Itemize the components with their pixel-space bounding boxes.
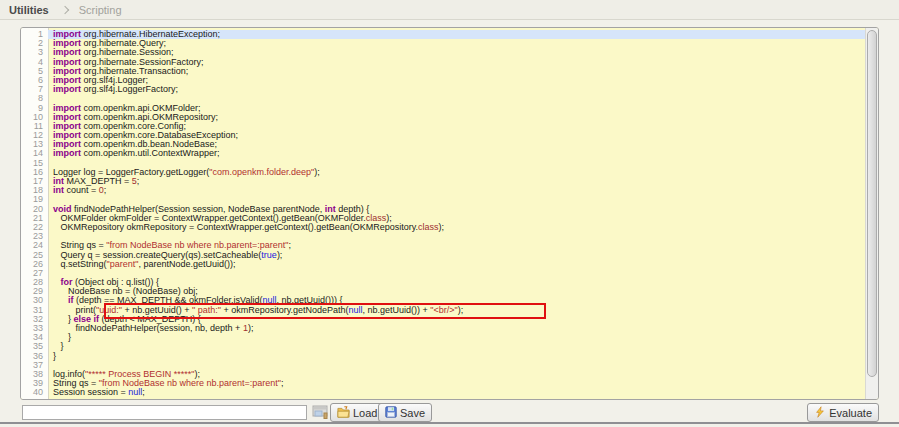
code-line-text: int MAX_DEPTH = 5; bbox=[48, 177, 865, 186]
code-line[interactable]: 35 } bbox=[21, 342, 865, 351]
line-number: 3 bbox=[21, 48, 48, 57]
line-number: 6 bbox=[21, 76, 48, 85]
code-line[interactable]: 39String qs = "from NodeBase nb where nb… bbox=[21, 379, 865, 388]
save-button[interactable]: Save bbox=[378, 403, 432, 422]
code-line[interactable]: 33 findNodePathHelper(session, nb, depth… bbox=[21, 324, 865, 333]
code-line[interactable]: 16Logger log = LoggerFactory.getLogger("… bbox=[21, 168, 865, 177]
panel-bottom-border bbox=[0, 422, 899, 424]
browse-icon[interactable] bbox=[312, 405, 329, 419]
line-number: 4 bbox=[21, 58, 48, 67]
code-line[interactable]: 14import com.openkm.util.ContextWrapper; bbox=[21, 149, 865, 158]
code-line-text: import org.hibernate.HibernateException; bbox=[48, 30, 865, 39]
load-button-label: Load bbox=[353, 407, 377, 419]
chevron-right-icon bbox=[60, 5, 68, 13]
code-line-text: } bbox=[48, 352, 865, 361]
script-file-input[interactable] bbox=[22, 405, 307, 420]
line-number: 5 bbox=[21, 67, 48, 76]
scrollbar-thumb[interactable] bbox=[867, 30, 877, 377]
evaluate-button[interactable]: Evaluate bbox=[807, 403, 879, 422]
code-line-text: import org.slf4j.LoggerFactory; bbox=[48, 85, 865, 94]
code-line[interactable]: 18int count = 0; bbox=[21, 186, 865, 195]
code-line[interactable]: 40Session session = null; bbox=[21, 388, 865, 397]
code-line-text: } bbox=[48, 333, 865, 342]
code-lines[interactable]: 1import org.hibernate.HibernateException… bbox=[21, 30, 865, 398]
code-line-text bbox=[48, 269, 865, 278]
vertical-scrollbar[interactable] bbox=[865, 28, 878, 399]
code-line-text: findNodePathHelper(session, nb, depth + … bbox=[48, 324, 865, 333]
load-button[interactable]: Load bbox=[330, 403, 384, 422]
code-line[interactable]: 7import org.slf4j.LoggerFactory; bbox=[21, 85, 865, 94]
breadcrumb-item-scripting: Scripting bbox=[79, 4, 122, 16]
code-line[interactable]: 17int MAX_DEPTH = 5; bbox=[21, 177, 865, 186]
code-line-text: int count = 0; bbox=[48, 186, 865, 195]
line-number: 1 bbox=[21, 30, 48, 39]
code-line-text: String qs = "from NodeBase nb where nb.p… bbox=[48, 379, 865, 388]
code-line-text: Session session = null; bbox=[48, 388, 865, 397]
line-number: 2 bbox=[21, 39, 48, 48]
script-editor[interactable]: 1import org.hibernate.HibernateException… bbox=[20, 27, 879, 400]
code-line[interactable]: 36} bbox=[21, 352, 865, 361]
disk-icon bbox=[385, 406, 397, 420]
evaluate-button-label: Evaluate bbox=[829, 407, 872, 419]
code-line[interactable]: 34 } bbox=[21, 333, 865, 342]
code-line-text: import org.hibernate.Transaction; bbox=[48, 67, 865, 76]
code-line[interactable]: 22 OKMRepository okmRepository = Context… bbox=[21, 223, 865, 232]
line-number: 8 bbox=[21, 94, 48, 103]
line-number: 7 bbox=[21, 85, 48, 94]
code-line-text: import com.openkm.util.ContextWrapper; bbox=[48, 149, 865, 158]
code-line-text: q.setString("parent", parentNode.getUuid… bbox=[48, 260, 865, 269]
line-number: 40 bbox=[21, 388, 48, 397]
code-line-text: Logger log = LoggerFactory.getLogger("co… bbox=[48, 168, 865, 177]
code-line-text: } bbox=[48, 342, 865, 351]
lightning-icon bbox=[814, 406, 826, 420]
breadcrumb: Utilities Scripting bbox=[0, 0, 899, 20]
save-button-label: Save bbox=[400, 407, 425, 419]
code-line-text: OKMRepository okmRepository = ContextWra… bbox=[48, 223, 865, 232]
breadcrumb-item-utilities[interactable]: Utilities bbox=[9, 4, 49, 16]
code-line[interactable]: 26 q.setString("parent", parentNode.getU… bbox=[21, 260, 865, 269]
folder-icon bbox=[337, 406, 350, 420]
